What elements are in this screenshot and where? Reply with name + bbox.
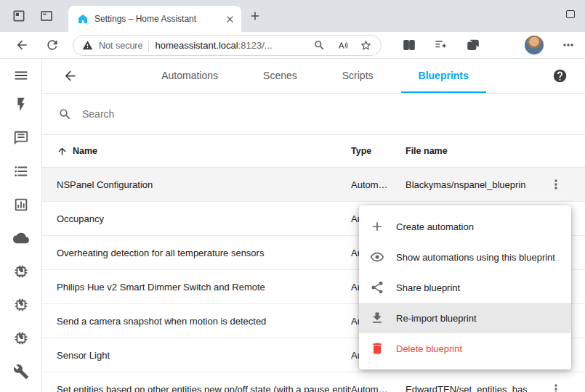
split-screen-icon[interactable] [402,38,416,52]
delete-icon [370,341,384,356]
menu-item-show-automations[interactable]: Show automations using this blueprint [359,242,571,272]
blueprint-name: Overheating detection for all temperatur… [42,248,351,258]
blueprint-type: Autom… [351,179,406,190]
not-secure-icon [82,40,93,51]
row-menu-button[interactable] [527,382,585,392]
workspaces-icon[interactable] [12,9,26,23]
menu-item-label: Show automations using this blueprint [396,252,555,263]
favorite-star-icon[interactable] [360,39,372,52]
sidebar-chip-icon[interactable] [13,297,29,313]
ha-back-icon[interactable] [62,68,78,83]
security-label[interactable]: Not secure [99,41,142,51]
blueprint-file: Blackymas/nspanel_blueprin… [406,179,527,190]
browser-toolbar: Not secure homeassistant.local:8123/... [0,32,585,59]
menu-item-delete-blueprint[interactable]: Delete blueprint [359,333,571,364]
new-tab-button[interactable] [249,9,262,23]
share-icon [370,280,384,295]
collections-icon[interactable] [466,38,480,52]
sidebar-chip-icon[interactable] [13,330,29,346]
read-aloud-icon[interactable] [336,39,349,52]
download-icon [370,311,384,325]
menu-item-label: Create automation [396,221,474,232]
close-tab-icon[interactable] [225,14,235,25]
blueprint-name: Set entities based on other entities new… [42,384,351,392]
blueprint-name: Philips Hue v2 Smart Dimmer Switch and R… [42,282,351,293]
column-header-name[interactable]: Name [42,146,351,157]
column-header-name-label: Name [73,146,97,156]
dots-vertical-icon [549,382,563,392]
plus-icon [370,219,384,234]
search-row [42,94,585,135]
menu-item-label: Re-import blueprint [396,313,477,324]
blueprint-file: EdwardTEN/set_entities_has… [406,384,527,392]
menu-item-create-automation[interactable]: Create automation [359,211,571,242]
ha-sidebar [0,59,42,392]
sidebar-chat-icon[interactable] [13,130,29,146]
search-icon [58,107,72,121]
home-assistant-favicon [77,13,89,25]
table-header: Name Type File name [42,135,585,168]
dots-vertical-icon [549,177,563,192]
blueprint-context-menu: Create automation Show automations using… [359,205,571,369]
url-rest: :8123/... [238,40,273,51]
row-menu-button[interactable] [527,177,585,192]
url-host: homeassistant.local [155,40,238,51]
tab-blueprints[interactable]: Blueprints [401,59,486,93]
column-header-type[interactable]: Type [351,146,406,156]
table-row[interactable]: Set entities based on other entities new… [42,372,585,392]
browser-window: Settings – Home Assistant Not secure hom… [0,0,585,392]
ha-appbar: Automations Scenes Scripts Blueprints [42,59,585,94]
menu-item-share-blueprint[interactable]: Share blueprint [359,272,571,303]
back-button[interactable] [15,38,29,52]
blueprint-name: NSPanel Configuration [42,179,351,190]
address-bar[interactable]: Not secure homeassistant.local:8123/... [73,35,382,56]
favorites-hub-icon[interactable] [434,38,448,52]
eye-icon [370,250,384,264]
table-row[interactable]: NSPanel Configuration Autom… Blackymas/n… [42,168,585,202]
profile-avatar[interactable] [525,36,544,54]
sidebar-bolt-icon[interactable] [13,97,29,113]
column-header-file[interactable]: File name [406,146,527,156]
tab-actions-icon[interactable] [39,9,54,23]
sidebar-list-icon[interactable] [13,163,29,179]
sidebar-chip-icon[interactable] [13,264,29,279]
refresh-button[interactable] [45,38,60,52]
tab-scripts[interactable]: Scripts [325,59,391,93]
browser-tab-strip: Settings – Home Assistant [0,0,585,32]
tab-scenes[interactable]: Scenes [246,59,315,93]
sort-ascending-icon [57,146,68,157]
blueprint-name: Sensor Light [42,350,351,361]
tab-automations[interactable]: Automations [144,59,235,93]
browser-tab[interactable]: Settings – Home Assistant [68,6,241,32]
url-text[interactable]: homeassistant.local:8123/... [155,40,307,51]
sidebar-chart-icon[interactable] [13,197,29,213]
menu-item-label: Share blueprint [396,282,460,293]
zoom-out-icon[interactable] [313,39,326,52]
sidebar-menu-icon[interactable] [13,68,29,83]
help-icon[interactable] [552,68,568,83]
tab-title: Settings – Home Assistant [94,14,219,24]
ha-nav-tabs: Automations Scenes Scripts Blueprints [78,59,552,93]
maximize-button[interactable] [566,10,575,18]
blueprint-type: Autom… [351,384,406,392]
browser-more-icon[interactable] [561,38,576,52]
menu-item-reimport-blueprint[interactable]: Re-import blueprint [359,303,571,333]
menu-item-label: Delete blueprint [396,343,462,354]
blueprint-name: Send a camera snapshot when motion is de… [42,316,351,327]
sidebar-cloud-icon[interactable] [13,230,29,246]
address-divider [148,40,149,52]
sidebar-wrench-icon[interactable] [13,364,29,380]
blueprint-name: Occupancy [42,213,351,224]
search-input[interactable] [82,108,569,120]
